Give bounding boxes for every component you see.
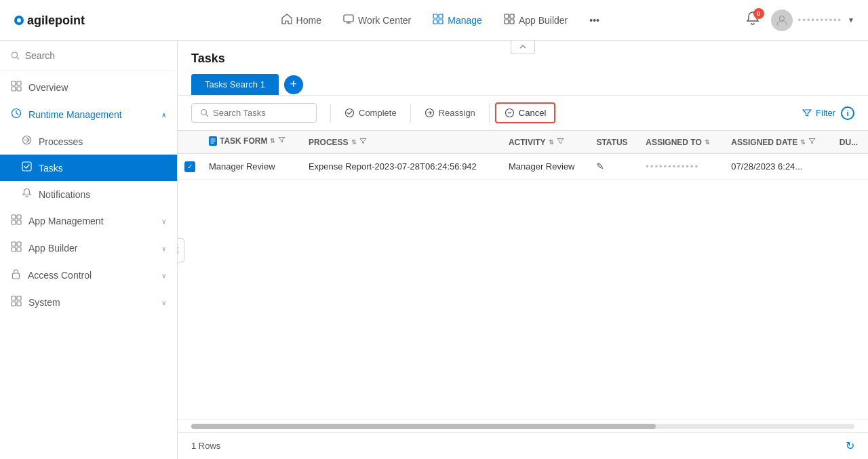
logo[interactable]: agilepoint <box>14 8 108 33</box>
add-tab-button[interactable]: + <box>284 75 303 94</box>
table-footer: 1 Rows ↻ <box>178 432 868 459</box>
process-sort-icon[interactable]: ⇅ <box>351 139 357 146</box>
toolbar-separator-2 <box>410 104 411 123</box>
sidebar-item-notifications-label: Notifications <box>39 189 166 200</box>
nav-home[interactable]: Home <box>272 8 331 33</box>
content-area: Tasks Tasks Search 1 + Complete Reassign <box>178 41 868 459</box>
info-button[interactable]: i <box>841 106 854 120</box>
sidebar: Overview Runtime Management ∧ Processes <box>0 41 178 459</box>
sidebar-item-overview[interactable]: Overview <box>0 74 177 101</box>
status-edit-icon[interactable]: ✎ <box>596 161 604 172</box>
col-taskform[interactable]: TASK FORM ⇅ <box>202 131 302 154</box>
sidebar-item-appbuilder[interactable]: App Builder ∨ <box>0 235 177 262</box>
filter-button[interactable]: Filter <box>802 108 835 118</box>
sidebar-item-system[interactable]: System ∨ <box>0 289 177 316</box>
sidebar-item-tasks[interactable]: Tasks <box>0 155 177 181</box>
home-icon <box>281 14 292 27</box>
row-taskform: Manager Review <box>202 154 302 180</box>
sidebar-item-accesscontrol-label: Access Control <box>28 270 155 281</box>
search-tasks-input[interactable] <box>213 108 308 118</box>
col-status: STATUS <box>589 131 639 154</box>
sidebar-item-tasks-label: Tasks <box>39 163 166 174</box>
row-process: Expense Report-2023-07-28T06:24:56:942 <box>302 154 502 180</box>
cancel-label: Cancel <box>519 108 546 118</box>
svg-rect-15 <box>17 81 21 85</box>
sidebar-item-accesscontrol[interactable]: Access Control ∨ <box>0 262 177 289</box>
cancel-button[interactable]: Cancel <box>495 102 555 123</box>
nav-more[interactable]: ••• <box>580 9 609 31</box>
collapse-sidebar-button[interactable] <box>178 238 184 262</box>
complete-button[interactable]: Complete <box>336 104 405 122</box>
svg-point-13 <box>12 52 17 58</box>
nav-manage[interactable]: Manage <box>423 8 492 33</box>
svg-rect-6 <box>433 20 437 24</box>
sidebar-item-appmanagement-label: App Management <box>28 216 155 226</box>
system-chevron-icon: ∨ <box>161 299 166 306</box>
sidebar-item-system-label: System <box>28 297 155 308</box>
process-filter-icon[interactable] <box>359 138 367 147</box>
svg-rect-30 <box>12 296 16 300</box>
col-activity[interactable]: ACTIVITY ⇅ <box>502 131 589 154</box>
tabs-row: Tasks Search 1 + <box>191 74 854 95</box>
row-assignedto-value: •••••••••••• <box>646 161 699 172</box>
svg-point-12 <box>779 16 784 20</box>
runtime-chevron-icon: ∧ <box>161 111 166 119</box>
col-due-label: DU... <box>840 138 858 147</box>
row-activity: Manager Review <box>502 154 589 180</box>
table-container: TASK FORM ⇅ PROCESS ⇅ <box>178 131 868 419</box>
assigneddate-sort-icon[interactable]: ⇅ <box>800 139 806 146</box>
svg-rect-24 <box>17 220 21 224</box>
row-checkbox-cell[interactable]: ✓ <box>178 154 202 180</box>
sidebar-search-container[interactable] <box>0 41 177 71</box>
col-activity-label: ACTIVITY <box>509 138 546 147</box>
taskform-sort-icon[interactable]: ⇅ <box>270 138 275 144</box>
sidebar-search-input[interactable] <box>25 50 166 61</box>
col-process[interactable]: PROCESS ⇅ <box>302 131 502 154</box>
collapse-top-button[interactable] <box>511 41 535 54</box>
sidebar-item-runtime[interactable]: Runtime Management ∧ <box>0 101 177 128</box>
row-status[interactable]: ✎ <box>589 154 639 180</box>
svg-rect-3 <box>344 15 353 22</box>
activity-sort-icon[interactable]: ⇅ <box>549 139 554 146</box>
activity-filter-icon[interactable] <box>557 138 564 147</box>
nav-items: Home Work Center Manage App Builder ••• <box>136 8 745 33</box>
scrollbar-thumb[interactable] <box>191 424 656 429</box>
svg-rect-10 <box>505 20 509 24</box>
col-assignedto[interactable]: ASSIGNED TO ⇅ <box>639 131 724 154</box>
user-chevron-icon: ▼ <box>848 16 854 24</box>
reassign-button[interactable]: Reassign <box>416 104 484 122</box>
user-menu[interactable]: •••••••••• ▼ <box>771 9 854 31</box>
table-row[interactable]: ✓ Manager Review Expense Report-2023-07-… <box>178 154 868 180</box>
nav-right: 0 •••••••••• ▼ <box>745 9 854 31</box>
svg-rect-26 <box>17 242 21 246</box>
svg-rect-9 <box>510 14 514 18</box>
taskform-filter-icon[interactable] <box>278 136 285 146</box>
assignedto-sort-icon[interactable]: ⇅ <box>705 139 710 146</box>
accesscontrol-chevron-icon: ∨ <box>161 272 166 279</box>
horizontal-scrollbar[interactable] <box>178 419 868 432</box>
svg-rect-32 <box>12 302 16 306</box>
accesscontrol-icon <box>11 268 21 282</box>
nav-appbuilder[interactable]: App Builder <box>494 8 577 33</box>
col-assigneddate[interactable]: ASSIGNED DATE ⇅ <box>724 131 832 154</box>
sidebar-item-processes[interactable]: Processes <box>0 128 177 155</box>
refresh-button[interactable]: ↻ <box>846 439 854 452</box>
svg-rect-16 <box>12 87 16 91</box>
nav-workcenter[interactable]: Work Center <box>334 8 420 33</box>
svg-point-35 <box>346 109 354 117</box>
sidebar-item-notifications[interactable]: Notifications <box>0 181 177 207</box>
svg-point-34 <box>201 110 207 115</box>
row-checkbox[interactable]: ✓ <box>184 161 195 172</box>
filter-icon <box>802 108 812 118</box>
svg-rect-28 <box>17 247 21 252</box>
notifications-button[interactable]: 0 <box>745 11 760 29</box>
sidebar-item-appmanagement[interactable]: App Management ∨ <box>0 207 177 235</box>
row-assignedto: •••••••••••• <box>639 154 724 180</box>
col-due: DU... <box>833 131 868 154</box>
notifications-icon <box>22 188 32 201</box>
col-status-label: STATUS <box>596 138 627 147</box>
svg-rect-7 <box>439 20 443 24</box>
search-box[interactable] <box>191 103 317 123</box>
tab-tasks-search-1[interactable]: Tasks Search 1 <box>191 74 279 95</box>
assigneddate-filter-icon[interactable] <box>808 138 816 147</box>
